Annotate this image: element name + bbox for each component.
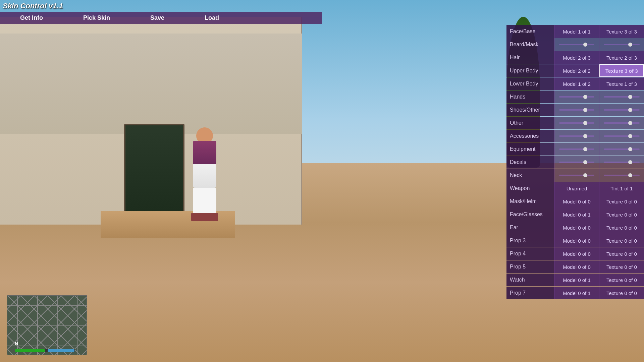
slider-bar-model-7 — [559, 122, 595, 124]
skin-texture-11[interactable] — [599, 169, 644, 182]
slider-thumb-model-5 — [583, 95, 587, 99]
building — [0, 17, 302, 225]
skin-label-15: Ear — [506, 221, 554, 234]
skin-model-8[interactable] — [554, 130, 599, 142]
skin-texture-5[interactable] — [599, 90, 644, 103]
skin-texture-18[interactable]: Texture 0 of 0 — [599, 260, 644, 273]
skin-model-20[interactable]: Model 0 of 1 — [554, 287, 599, 299]
minimap-compass: N — [15, 341, 18, 346]
skin-row-neck[interactable]: Neck — [506, 169, 644, 182]
building-upper — [0, 34, 302, 134]
slider-thumb-texture-10 — [628, 160, 632, 164]
skin-label-10: Decals — [506, 156, 554, 169]
skin-texture-17[interactable]: Texture 0 of 0 — [599, 247, 644, 260]
skin-texture-12[interactable]: Tint 1 of 1 — [599, 182, 644, 195]
skin-model-3[interactable]: Model 2 of 2 — [554, 64, 599, 77]
skin-texture-13[interactable]: Texture 0 of 0 — [599, 195, 644, 208]
skin-texture-1[interactable] — [599, 38, 644, 51]
skin-texture-8[interactable] — [599, 130, 644, 142]
skin-texture-4[interactable]: Texture 1 of 3 — [599, 77, 644, 90]
skin-label-8: Accessories — [506, 130, 554, 142]
slider-thumb-model-6 — [583, 108, 587, 112]
skin-texture-15[interactable]: Texture 0 of 0 — [599, 221, 644, 234]
skin-texture-6[interactable] — [599, 104, 644, 116]
skin-row-watch[interactable]: WatchModel 0 of 1Texture 0 of 0 — [506, 274, 644, 286]
skin-row-ear[interactable]: EarModel 0 of 0Texture 0 of 0 — [506, 221, 644, 234]
slider-bar-texture-8 — [604, 135, 640, 137]
skin-texture-20[interactable]: Texture 0 of 0 — [599, 287, 644, 299]
skin-model-6[interactable] — [554, 104, 599, 116]
skin-row-face-glasses[interactable]: Face/GlassesModel 0 of 1Texture 0 of 0 — [506, 208, 644, 221]
skin-model-17[interactable]: Model 0 of 0 — [554, 247, 599, 260]
app-title: Skin Control v1.1 — [3, 2, 63, 10]
skin-texture-3[interactable]: Texture 3 of 3 — [599, 64, 644, 77]
slider-bar-texture-7 — [604, 122, 640, 124]
skin-row-decals[interactable]: Decals — [506, 156, 644, 169]
slider-bar-model-10 — [559, 162, 595, 163]
skin-model-7[interactable] — [554, 117, 599, 129]
skin-row-prop-4[interactable]: Prop 4Model 0 of 0Texture 0 of 0 — [506, 247, 644, 260]
skin-row-accessories[interactable]: Accessories — [506, 130, 644, 142]
skin-row-hair[interactable]: HairModel 2 of 3Texture 2 of 3 — [506, 51, 644, 64]
skin-panel: Face/BaseModel 1 of 1Texture 3 of 3Beard… — [506, 25, 644, 300]
skin-row-lower-body[interactable]: Lower BodyModel 1 of 2Texture 1 of 3 — [506, 77, 644, 90]
skin-model-12[interactable]: Unarmed — [554, 182, 599, 195]
skin-label-19: Watch — [506, 274, 554, 286]
skin-texture-2[interactable]: Texture 2 of 3 — [599, 51, 644, 64]
skin-texture-10[interactable] — [599, 156, 644, 169]
skin-texture-19[interactable]: Texture 0 of 0 — [599, 274, 644, 286]
skin-label-3: Upper Body — [506, 64, 554, 77]
skin-row-equipment[interactable]: Equipment — [506, 143, 644, 156]
skin-row-shoes-other[interactable]: Shoes/Other — [506, 104, 644, 116]
skin-model-4[interactable]: Model 1 of 2 — [554, 77, 599, 90]
slider-thumb-model-9 — [583, 147, 587, 151]
skin-model-1[interactable] — [554, 38, 599, 51]
skin-model-9[interactable] — [554, 143, 599, 156]
skin-model-16[interactable]: Model 0 of 0 — [554, 234, 599, 247]
skin-label-9: Equipment — [506, 143, 554, 156]
skin-model-13[interactable]: Model 0 of 0 — [554, 195, 599, 208]
skin-row-face-base[interactable]: Face/BaseModel 1 of 1Texture 3 of 3 — [506, 25, 644, 38]
skin-row-hands[interactable]: Hands — [506, 90, 644, 103]
skin-model-0[interactable]: Model 1 of 1 — [554, 25, 599, 38]
skin-texture-14[interactable]: Texture 0 of 0 — [599, 208, 644, 221]
menu-get-info[interactable]: Get Info — [0, 12, 63, 24]
skin-texture-16[interactable]: Texture 0 of 0 — [599, 234, 644, 247]
slider-bar-model-6 — [559, 109, 595, 111]
skin-label-13: Mask/Helm — [506, 195, 554, 208]
skin-row-prop-3[interactable]: Prop 3Model 0 of 0Texture 0 of 0 — [506, 234, 644, 247]
character-legs — [193, 188, 216, 215]
skin-model-11[interactable] — [554, 169, 599, 182]
skin-row-prop-5[interactable]: Prop 5Model 0 of 0Texture 0 of 0 — [506, 260, 644, 273]
menu-pick-skin[interactable]: Pick Skin — [63, 12, 130, 24]
skin-label-18: Prop 5 — [506, 260, 554, 273]
slider-bar-texture-5 — [604, 96, 640, 98]
slider-bar-model-1 — [559, 44, 595, 45]
skin-texture-0[interactable]: Texture 3 of 3 — [599, 25, 644, 38]
skin-row-beard-mask[interactable]: Beard/Mask — [506, 38, 644, 51]
menu-load[interactable]: Load — [184, 12, 239, 24]
skin-model-10[interactable] — [554, 156, 599, 169]
minimap-map — [7, 296, 87, 355]
slider-bar-model-8 — [559, 135, 595, 137]
skin-texture-9[interactable] — [599, 143, 644, 156]
skin-row-other[interactable]: Other — [506, 117, 644, 129]
skin-row-prop-7[interactable]: Prop 7Model 0 of 1Texture 0 of 0 — [506, 287, 644, 299]
slider-thumb-model-10 — [583, 160, 587, 164]
skin-model-2[interactable]: Model 2 of 3 — [554, 51, 599, 64]
skin-texture-7[interactable] — [599, 117, 644, 129]
skin-row-upper-body[interactable]: Upper BodyModel 2 of 2Texture 3 of 3 — [506, 64, 644, 77]
skin-row-mask-helm[interactable]: Mask/HelmModel 0 of 0Texture 0 of 0 — [506, 195, 644, 208]
slider-thumb-texture-9 — [628, 147, 632, 151]
skin-model-19[interactable]: Model 0 of 1 — [554, 274, 599, 286]
skin-model-5[interactable] — [554, 90, 599, 103]
character-feet — [191, 213, 218, 221]
skin-row-weapon[interactable]: WeaponUnarmedTint 1 of 1 — [506, 182, 644, 195]
skin-model-15[interactable]: Model 0 of 0 — [554, 221, 599, 234]
skin-model-18[interactable]: Model 0 of 0 — [554, 260, 599, 273]
menu-save[interactable]: Save — [130, 12, 184, 24]
skin-label-2: Hair — [506, 51, 554, 64]
skin-label-17: Prop 4 — [506, 247, 554, 260]
skin-model-14[interactable]: Model 0 of 1 — [554, 208, 599, 221]
skin-label-14: Face/Glasses — [506, 208, 554, 221]
